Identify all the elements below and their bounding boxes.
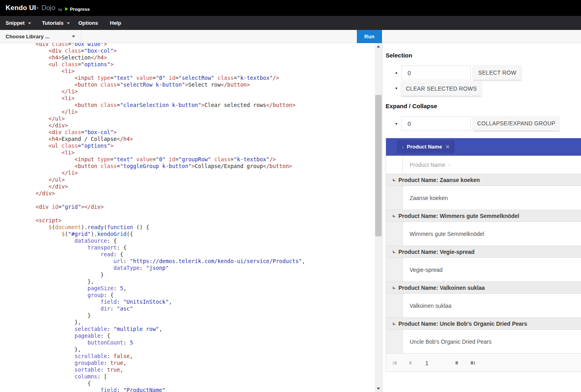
run-button[interactable]: Run [357, 30, 382, 43]
previous-page-icon [409, 361, 412, 364]
table-row[interactable]: Valkoinen suklaa [386, 294, 581, 318]
group-indent-cell [386, 258, 403, 281]
next-page-button[interactable] [456, 354, 458, 372]
top-bar: Kendo UI® Dojo by Progress [0, 0, 581, 16]
library-toolbar: Choose Library ... Run [0, 30, 581, 43]
last-page-button[interactable] [471, 354, 475, 372]
product-name-cell: Wimmers gute Semmelknödel [403, 222, 581, 245]
first-page-icon [393, 361, 394, 365]
group-indent-cell [386, 330, 403, 353]
table-row[interactable]: Zaanse koeken [386, 186, 581, 210]
list-bullet [396, 123, 397, 125]
arrow-down-icon [377, 388, 380, 390]
next-page-icon [456, 361, 458, 364]
chevron-down-icon [67, 22, 70, 24]
group-header-row[interactable]: Product Name: Wimmers gute Semmelknödel [386, 210, 581, 222]
chevron-down-icon [72, 36, 75, 38]
grid-pager: 1 [386, 354, 581, 372]
clear-selected-rows-button[interactable]: CLEAR SELECTED ROWS [401, 81, 482, 96]
sort-descending-icon[interactable]: ↓ [402, 144, 404, 150]
menu-help[interactable]: Help [110, 16, 121, 30]
toolbar-divider [81, 30, 82, 43]
table-row[interactable]: Vegie-spread [386, 258, 581, 282]
column-header-product-name[interactable]: Product Name ↑ [403, 156, 581, 174]
first-page-button[interactable] [393, 354, 397, 372]
grid-column-header-row: Product Name ↑ [386, 156, 581, 174]
group-header-row[interactable]: Product Name: Vegie-spread [386, 246, 581, 258]
product-name-cell: Vegie-spread [403, 258, 581, 281]
group-label: Product Name: Zaanse koeken [398, 177, 480, 183]
group-row-input[interactable] [401, 116, 471, 131]
collapse-group-icon[interactable] [393, 322, 396, 325]
collapse-group-icon[interactable] [393, 178, 396, 181]
group-header-row[interactable]: Product Name: Uncle Bob's Organic Dried … [386, 318, 581, 330]
collapse-group-icon[interactable] [393, 250, 396, 253]
progress-logo-text: Progress [70, 7, 90, 12]
remove-group-icon[interactable]: × [446, 143, 450, 150]
last-page-icon [471, 361, 473, 364]
code-editor-region[interactable]: <div class="box wide"> <div class="box-c… [0, 43, 375, 392]
list-bullet [396, 72, 397, 74]
menu-bar: Snippet Tutorials Options Help [0, 16, 581, 30]
group-label: Product Name: Uncle Bob's Organic Dried … [398, 321, 527, 327]
previous-page-button[interactable] [409, 354, 412, 372]
expand-collapse-heading: Expand / Collapse [386, 103, 437, 109]
select-row-button[interactable]: SELECT ROW [473, 65, 521, 80]
grid-group-drop-area[interactable]: ↓ Product Name × [386, 138, 581, 156]
menu-options[interactable]: Options [78, 16, 98, 30]
arrow-up-icon [377, 46, 380, 48]
chevron-down-icon [28, 22, 31, 24]
group-label: Product Name: Wimmers gute Semmelknödel [398, 213, 519, 219]
registered-mark: ® [36, 7, 38, 10]
selection-heading: Selection [386, 52, 412, 59]
table-row[interactable]: Wimmers gute Semmelknödel [386, 222, 581, 246]
product-name-cell: Uncle Bob's Organic Dried Pears [403, 330, 581, 353]
kendo-grid: ↓ Product Name × Product Name ↑ Product … [386, 138, 581, 372]
select-row-input[interactable] [401, 65, 471, 80]
product-name-cell: Valkoinen suklaa [403, 294, 581, 317]
preview-pane: Selection SELECT ROW CLEAR SELECTED ROWS… [382, 43, 581, 392]
choose-library-dropdown[interactable]: Choose Library ... [0, 30, 81, 43]
group-indent-header-cell [386, 156, 403, 174]
table-row[interactable]: Uncle Bob's Organic Dried Pears [386, 330, 581, 354]
group-indent-cell [386, 294, 403, 317]
sort-ascending-icon: ↑ [448, 162, 450, 168]
by-text: by [58, 8, 62, 12]
page-number-current[interactable]: 1 [425, 354, 428, 372]
collapse-group-icon[interactable] [393, 286, 396, 289]
menu-tutorials[interactable]: Tutorials [42, 16, 70, 30]
group-label: Product Name: Valkoinen suklaa [398, 285, 485, 291]
group-indent-cell [386, 222, 403, 245]
collapse-group-icon[interactable] [393, 214, 396, 217]
scrollbar-thumb[interactable] [375, 95, 382, 236]
scroll-up-button[interactable] [375, 43, 382, 50]
grid-body: Product Name: Zaanse koeken Zaanse koeke… [386, 174, 581, 354]
scroll-down-button[interactable] [375, 385, 382, 392]
group-label: Product Name: Vegie-spread [398, 249, 475, 255]
progress-logo-icon [64, 7, 69, 11]
group-header-row[interactable]: Product Name: Zaanse koeken [386, 174, 581, 186]
group-header-row[interactable]: Product Name: Valkoinen suklaa [386, 282, 581, 294]
collapse-expand-group-button[interactable]: COLLAPSE/EXPAND GROUP [473, 116, 559, 131]
menu-snippet[interactable]: Snippet [6, 16, 31, 30]
group-indent-cell [386, 186, 403, 210]
group-chip-product-name[interactable]: ↓ Product Name × [397, 140, 454, 153]
editor-scrollbar[interactable] [375, 43, 382, 392]
dojo-logo-text: Dojo [41, 4, 55, 12]
kendo-ui-logo: Kendo UI [6, 4, 36, 12]
code-editor[interactable]: <div class="box wide"> <div class="box-c… [0, 43, 305, 392]
list-bullet [396, 87, 397, 89]
product-name-cell: Zaanse koeken [403, 186, 581, 210]
